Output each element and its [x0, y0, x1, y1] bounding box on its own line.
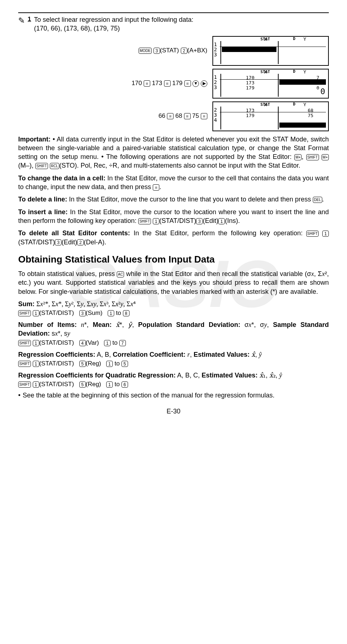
quad-keys: SHIFT 1(STAT/DIST) 5(Reg) 1 to 6 [18, 380, 329, 389]
shift-key: SHIFT [306, 231, 319, 237]
important-text: (M–), [18, 162, 35, 169]
step-number: 1 [28, 15, 31, 24]
lcd-vline [278, 107, 279, 129]
keyseq-row-3: 66 = 68 = 75 = STAT D X Y 2 3 4 173 179 … [18, 101, 329, 131]
key-3: 3 [196, 218, 203, 224]
right-key: ▶ [201, 80, 207, 87]
lcd-rownums: 1 2 3 [214, 42, 217, 57]
exe-key: = [184, 80, 191, 87]
mean-label: Mean: [93, 321, 112, 328]
rcl-key: RCL [50, 163, 59, 169]
key-5: 5 [79, 381, 86, 388]
key-1: 1 [108, 310, 114, 316]
lcd-2: STAT D X Y 1 2 3 170 173 179 7 0 0 0 [212, 69, 329, 99]
key-1: 1 [33, 340, 39, 346]
exe-key: = [184, 113, 191, 119]
exe-key: = [167, 113, 174, 119]
lcd-col-x: X [264, 36, 267, 43]
lcd-col-y: Y [303, 101, 306, 108]
delete-all-label: To delete all Stat Editor contents: [18, 229, 130, 237]
mode-key: MODE [139, 48, 152, 54]
important-label: Important: [18, 136, 51, 143]
lcd-vline [220, 74, 221, 97]
top-rule [18, 12, 329, 13]
key-1: 1 [106, 381, 113, 388]
exe-key: = [153, 184, 159, 191]
shift-key: SHIFT [18, 310, 31, 316]
shift-key: SHIFT [138, 218, 151, 224]
lcd-cursor [279, 123, 326, 128]
exe-key: = [164, 80, 171, 87]
bullet-dot: • [18, 391, 20, 400]
bullet-text: See the table at the beginning of this s… [23, 391, 274, 400]
pencil-icon: ✎ [18, 15, 25, 26]
key-3: 3 [55, 239, 61, 245]
delete-all-para: To delete all Stat Editor contents: In t… [18, 229, 329, 247]
lcd-vline [278, 74, 279, 97]
change-cell-para: To change the data in a cell: In the Sta… [18, 174, 329, 192]
ac-key: AC [117, 271, 124, 277]
number-keys: SHIFT 1(STAT/DIST) 4(Var) 1 to 7 [18, 339, 329, 347]
est-label: Estimated Values: [194, 351, 250, 358]
key-7: 7 [119, 340, 126, 346]
lcd-3: STAT D X Y 2 3 4 173 179 68 75 [212, 101, 329, 131]
insert-line-label: To insert a line: [18, 208, 68, 216]
key-6: 6 [121, 381, 128, 388]
lcd-xvals: 170 173 179 [246, 75, 254, 91]
lcd-1: STAT D X Y 1 2 3 [212, 36, 329, 66]
lcd-col-y: Y [303, 36, 306, 43]
lcd-xvals: 173 179 [246, 108, 254, 118]
section-heading: Obtaining Statistical Values from Input … [18, 253, 329, 266]
lcd-bignum: 0 [320, 86, 325, 97]
key-5: 5 [79, 361, 86, 367]
key-1: 1 [322, 231, 329, 237]
reg-coef-label: Regression Coefficients: [18, 351, 95, 358]
popsd-label: Population Standard Deviation: [138, 321, 240, 328]
obtain-para: To obtain statistical values, press AC w… [18, 269, 329, 296]
lcd-vline [220, 107, 221, 129]
quad-block: Regression Coefficients for Quadratic Re… [18, 371, 329, 380]
del-key: DEL [313, 197, 322, 203]
key-1: 1 [218, 218, 225, 224]
key-1: 1 [104, 340, 111, 346]
down-key: ▼ [192, 80, 199, 87]
lcd-cursor [279, 80, 326, 85]
lcd-d-label: D [293, 69, 295, 75]
key-5: 5 [121, 361, 128, 367]
change-cell-label: To change the data in a cell: [18, 175, 105, 182]
key-3: 3 [79, 310, 86, 316]
lcd-rownums: 2 3 4 [214, 107, 217, 123]
key-1: 1 [33, 310, 39, 316]
lcd-yvals: 68 75 [308, 108, 314, 118]
lcd-vline [220, 41, 221, 64]
sum-keys: SHIFT 1(STAT/DIST) 3(Sum) 1 to 8 [18, 309, 329, 317]
mplus-key: M+ [322, 154, 329, 160]
keyseq-row-1: MODE 3(STAT) 2(A+BX) STAT D X Y 1 2 3 [18, 36, 329, 66]
important-text: (STO). Pol, Rec, ÷R, and multi-statement… [59, 162, 300, 169]
key-4: 4 [79, 340, 86, 346]
shift-key: SHIFT [35, 163, 48, 169]
key-1: 1 [153, 218, 159, 224]
lcd-col-x: X [264, 101, 267, 108]
key-2: 2 [77, 239, 84, 245]
delete-line-para: To delete a line: In the Stat Editor, mo… [18, 195, 329, 204]
important-text: • All data currently input in the Stat E… [18, 136, 329, 161]
key-3: 3 [153, 48, 160, 54]
lcd-rownums: 1 2 3 [214, 75, 217, 90]
reg-block: Regression Coefficients: A, B, Correlati… [18, 350, 329, 359]
step-text: To select linear regression and input th… [34, 15, 329, 24]
sum-block: Sum: Σx²*, Σx*, Σy², Σy, Σxy, Σx³, Σx²y,… [18, 300, 329, 308]
keyseq-row-2: 170 = 173 = 179 = ▼ ▶ STAT D X Y 1 2 3 1… [18, 69, 329, 99]
page-number: E-30 [18, 407, 329, 416]
key-1: 1 [33, 361, 39, 367]
lcd-d-label: D [293, 36, 295, 42]
shift-key: SHIFT [306, 154, 319, 160]
shift-key: SHIFT [18, 361, 31, 367]
lcd-vline [278, 41, 279, 64]
key-8: 8 [123, 310, 129, 316]
reg-keys: SHIFT 1(STAT/DIST) 5(Reg) 1 to 5 [18, 360, 329, 368]
quad-label: Regression Coefficients for Quadratic Re… [18, 372, 176, 379]
shift-key: SHIFT [18, 340, 31, 346]
corr-label: Correlation Coefficient: [113, 351, 186, 358]
quad-est-label: Estimated Values: [202, 372, 258, 379]
